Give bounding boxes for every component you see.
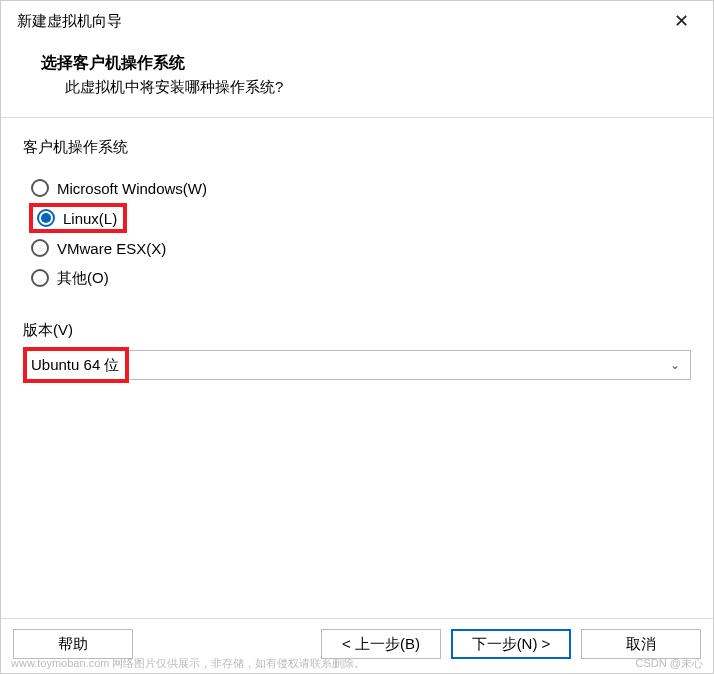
- cancel-button[interactable]: 取消: [581, 629, 701, 659]
- version-label: 版本(V): [23, 321, 691, 340]
- content-area: 客户机操作系统 Microsoft Windows(W) Linux(L) VM…: [1, 118, 713, 400]
- version-select[interactable]: ⌄: [23, 350, 691, 380]
- radio-label: Microsoft Windows(W): [57, 180, 207, 197]
- radio-label: Linux(L): [63, 210, 117, 227]
- version-select-wrapper: ⌄ Ubuntu 64 位: [23, 350, 691, 380]
- radio-icon: [31, 239, 49, 257]
- radio-dot-icon: [41, 213, 51, 223]
- radio-icon: [31, 179, 49, 197]
- chevron-down-icon: ⌄: [670, 358, 680, 372]
- page-title: 选择客户机操作系统: [41, 53, 673, 74]
- window-title: 新建虚拟机向导: [17, 12, 122, 31]
- watermark-left: www.toymoban.com 网络图片仅供展示，非存储，如有侵权请联系删除。: [11, 656, 365, 671]
- title-bar: 新建虚拟机向导 ✕: [1, 1, 713, 41]
- radio-linux-highlight: Linux(L): [29, 203, 127, 233]
- version-section: 版本(V) ⌄ Ubuntu 64 位: [23, 321, 691, 380]
- radio-other[interactable]: 其他(O): [29, 263, 691, 293]
- watermark-right: CSDN @未心: [636, 656, 703, 671]
- wizard-header: 选择客户机操作系统 此虚拟机中将安装哪种操作系统?: [1, 41, 713, 118]
- radio-label: VMware ESX(X): [57, 240, 166, 257]
- os-group-label: 客户机操作系统: [23, 138, 691, 157]
- next-button[interactable]: 下一步(N) >: [451, 629, 571, 659]
- close-icon[interactable]: ✕: [666, 8, 697, 34]
- back-button[interactable]: < 上一步(B): [321, 629, 441, 659]
- page-subtitle: 此虚拟机中将安装哪种操作系统?: [41, 78, 673, 97]
- help-button[interactable]: 帮助: [13, 629, 133, 659]
- radio-label: 其他(O): [57, 269, 109, 288]
- radio-icon: [31, 269, 49, 287]
- radio-icon-selected[interactable]: [37, 209, 55, 227]
- radio-vmware-esx[interactable]: VMware ESX(X): [29, 233, 691, 263]
- radio-windows[interactable]: Microsoft Windows(W): [29, 173, 691, 203]
- os-radio-group: Microsoft Windows(W) Linux(L) VMware ESX…: [23, 167, 691, 315]
